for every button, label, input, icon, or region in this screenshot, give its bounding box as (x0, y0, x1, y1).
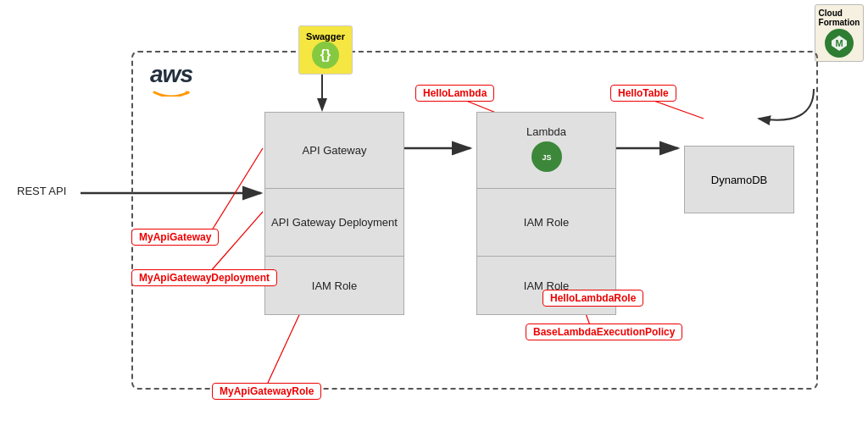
rest-api-label: REST API (17, 185, 66, 197)
api-gateway-box: API Gateway (264, 112, 404, 188)
base-lambda-execution-policy-label: BaseLambdaExecutionPolicy (526, 324, 682, 340)
aws-smile-icon (150, 88, 192, 97)
cloud-formation-icon: M (825, 29, 854, 58)
main-container: aws Swagger {} API Gateway API Gateway D… (131, 51, 818, 390)
apigw-iam-role-box: IAM Role (264, 256, 404, 315)
dynamodb-label: DynamoDB (711, 174, 767, 186)
aws-logo: aws (150, 61, 192, 97)
architecture-diagram: Cloud Formation M aws Swagger {} (0, 0, 868, 448)
lambda-box: Lambda JS (476, 112, 616, 188)
swagger-label: Swagger (306, 31, 345, 41)
lambda-iam-role-label: IAM Role (524, 216, 569, 229)
my-api-gateway-deployment-label: MyApiGatewayDeployment (131, 269, 277, 286)
api-gateway-label: API Gateway (303, 144, 367, 157)
swagger-container: Swagger {} (298, 25, 353, 75)
svg-text:M: M (835, 38, 843, 48)
api-gateway-deployment-label: API Gateway Deployment (271, 216, 398, 229)
hello-table-label: HelloTable (610, 85, 676, 102)
apigw-iam-role-label: IAM Role (312, 279, 357, 292)
cloud-formation: Cloud Formation M (815, 4, 864, 62)
lambda-iam-role-box: IAM Role (476, 188, 616, 256)
hello-lambda-role-label: HelloLambdaRole (542, 290, 643, 307)
cloud-formation-box: Cloud Formation M (815, 4, 864, 62)
api-gateway-group: API Gateway API Gateway Deployment IAM R… (264, 112, 404, 315)
hello-lambda-label: HelloLambda (415, 85, 494, 102)
nodejs-icon: JS (531, 141, 562, 172)
swagger-icon: {} (312, 41, 339, 69)
svg-text:JS: JS (542, 153, 551, 162)
my-api-gateway-label: MyApiGateway (131, 229, 219, 246)
lambda-group: Lambda JS IAM Role IAM Role (476, 112, 616, 315)
api-gateway-deployment-box: API Gateway Deployment (264, 188, 404, 256)
aws-text: aws (150, 61, 192, 88)
my-api-gateway-role-label: MyApiGatewayRole (212, 383, 321, 400)
lambda-label: Lambda (526, 125, 566, 138)
swagger-box: Swagger {} (298, 25, 353, 75)
cloud-formation-label: Cloud Formation (819, 8, 860, 27)
dynamodb-box: DynamoDB (684, 146, 794, 213)
